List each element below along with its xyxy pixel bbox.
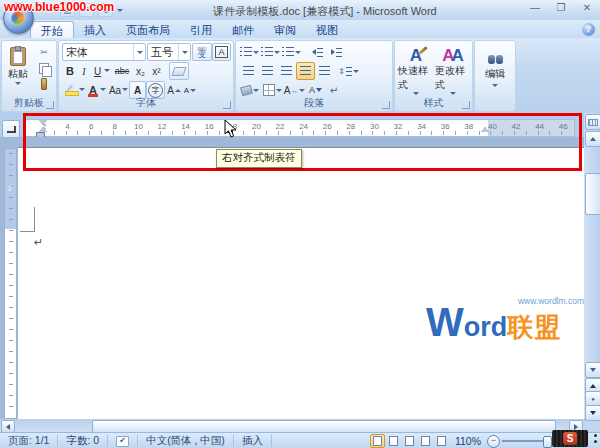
increase-indent-button[interactable] [327,43,346,61]
scroll-up-button[interactable] [585,131,600,147]
highlighter-icon [65,85,77,96]
tab-page-layout[interactable]: 页面布局 [116,20,180,38]
bullets-icon [244,47,252,57]
previous-page-icon [590,384,596,388]
view-draft-button[interactable] [434,434,449,448]
tab-references[interactable]: 引用 [180,20,222,38]
close-button[interactable]: ✕ [580,2,594,13]
restore-button[interactable]: ❐ [554,2,568,13]
view-fullscreen-reading-button[interactable] [386,434,401,448]
tab-review[interactable]: 审阅 [264,20,306,38]
decrease-indent-button[interactable] [308,43,327,61]
styles-dialog-launcher[interactable] [462,101,470,109]
character-border-button[interactable]: A [212,43,231,61]
help-icon[interactable]: ? [582,23,595,36]
vertical-ruler[interactable]: 2 [4,148,17,419]
ribbon: 粘贴 ✂ 剪贴板 宋体 五号 wén 变 A [0,38,600,114]
tooltip: 右对齐式制表符 [216,149,302,168]
subscript-button[interactable]: x₂ [132,62,149,80]
horizontal-scrollbar[interactable] [0,419,584,432]
binoculars-icon [488,55,503,64]
clear-formatting-button[interactable] [169,62,189,80]
status-language[interactable]: 中文(简体 , 中国) [138,435,234,447]
font-size-combo[interactable]: 五号 [147,43,191,61]
zoom-level[interactable]: 110% [451,435,485,447]
bold-button[interactable]: B [62,62,78,80]
qat-dropdown-icon[interactable] [117,9,123,12]
watermark-league: 联盟 [507,312,561,342]
vertical-scroll-thumb[interactable] [585,173,600,215]
next-page-button[interactable] [585,405,600,421]
scroll-down-button[interactable] [585,362,600,378]
phonetic-char-label: 变 [198,50,207,59]
status-page-count[interactable]: 页面: 1/1 [0,435,58,447]
vertical-scrollbar[interactable]: ● [584,113,600,419]
cut-button[interactable]: ✂ [34,44,54,60]
tab-selector-button[interactable] [2,120,20,138]
font-name-combo[interactable]: 宋体 [62,43,146,61]
numbering-button[interactable] [260,43,281,61]
minimize-button[interactable]: — [528,2,542,13]
mouse-cursor-icon [224,119,237,138]
line-spacing-icon [346,67,352,76]
view-shortcuts [370,434,449,448]
change-case-dropdown-icon[interactable] [122,88,128,91]
bullets-button[interactable] [239,43,260,61]
zoom-slider-thumb[interactable] [543,436,552,448]
view-web-layout-button[interactable] [402,434,417,448]
font-name-dropdown-icon[interactable] [133,44,145,60]
zoom-slider[interactable] [502,440,554,442]
quick-styles-icon: A [410,47,422,64]
ruler-toggle-button[interactable] [585,114,600,130]
editing-group: 编辑 [474,40,516,112]
line-spacing-button[interactable]: ⇕ [337,62,360,80]
clipboard-dialog-launcher[interactable] [46,101,54,109]
font-dialog-launcher[interactable] [223,101,231,109]
quick-styles-dropdown-icon [413,92,419,95]
copy-button[interactable] [34,60,54,76]
change-styles-dropdown-icon [450,92,456,95]
view-web-layout-icon [405,436,414,446]
strikethrough-button[interactable]: abc [111,62,133,80]
editing-button[interactable]: 编辑 [477,43,513,99]
format-painter-button[interactable] [34,76,54,92]
underline-button[interactable]: U [90,62,105,80]
view-outline-button[interactable] [418,434,433,448]
status-spellcheck[interactable]: ✔ [108,435,138,447]
change-styles-button[interactable]: AA 更改样式 [434,43,472,99]
view-outline-icon [421,436,430,446]
font-size-value: 五号 [148,45,178,60]
increase-indent-icon [331,49,335,55]
quick-styles-button[interactable]: A 快速样式 [397,43,435,99]
superscript-button[interactable]: x² [148,62,165,80]
grow-font-icon [175,89,181,92]
document-page[interactable]: ↵ www.wordlm.com Word联盟 [18,147,585,420]
status-word-count[interactable]: 字数: 0 [58,435,108,447]
status-insert-mode[interactable]: 插入 [234,435,272,447]
paste-label: 粘贴 [8,67,28,81]
tab-insert[interactable]: 插入 [74,20,116,38]
view-print-layout-button[interactable] [370,434,385,448]
zoom-out-button[interactable]: − [487,435,500,448]
underline-dropdown-icon[interactable] [104,69,110,72]
watermark-word-initial: W [426,300,464,344]
justify-button[interactable] [296,62,315,80]
format-painter-icon [41,78,47,90]
align-center-button[interactable] [258,62,277,80]
multilevel-list-button[interactable] [281,43,302,61]
align-right-button[interactable] [277,62,296,80]
align-left-button[interactable] [239,62,258,80]
select-browse-object-button[interactable]: ● [585,391,600,406]
phonetic-guide-button[interactable]: wén 变 [192,43,212,61]
italic-button[interactable]: I [77,62,91,80]
tab-home[interactable]: 开始 [30,21,74,39]
font-size-dropdown-icon[interactable] [178,44,190,60]
distribute-button[interactable] [315,62,334,80]
change-styles-label: 更改样式 [435,64,471,92]
tab-view[interactable]: 视图 [306,20,348,38]
tab-mailings[interactable]: 邮件 [222,20,264,38]
paragraph-dialog-launcher[interactable] [382,101,390,109]
editing-dropdown-icon [492,84,498,87]
paste-button[interactable]: 粘贴 [4,43,32,89]
multilevel-list-icon [286,47,294,57]
